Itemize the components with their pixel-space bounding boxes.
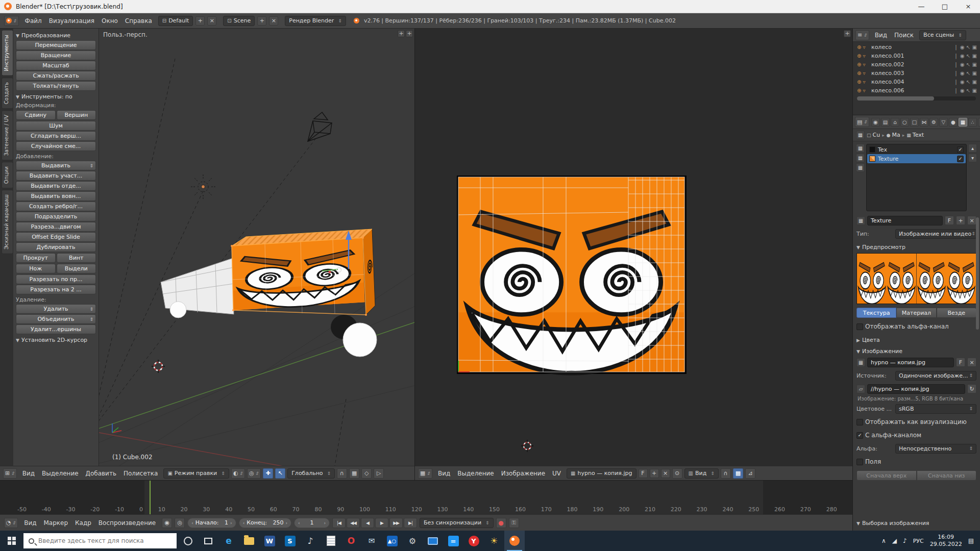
use-alpha-checkbox[interactable] (856, 432, 863, 439)
display-as-render-checkbox[interactable] (856, 419, 863, 425)
slot-enable-checkbox[interactable] (957, 146, 964, 153)
menu-item[interactable]: Изображение (498, 469, 549, 478)
toolshelf-tab[interactable]: Создать (2, 78, 13, 109)
tool-button[interactable]: Выдели (57, 264, 96, 273)
wheel-left-object[interactable] (170, 302, 186, 318)
wheel-right-object[interactable] (343, 323, 377, 357)
texture-name-field[interactable]: Texture (867, 216, 943, 226)
texture-slot-row[interactable]: Tex (867, 145, 966, 154)
tool-button[interactable]: Вращение (16, 51, 96, 60)
menu-item[interactable]: Вид (434, 469, 454, 478)
outliner-scope-dropdown[interactable]: Все сцены⇕ (919, 30, 966, 40)
reload-image-button[interactable]: ↻ (967, 384, 976, 393)
tool-button[interactable]: Выдавить участ... (16, 171, 96, 181)
tool-button[interactable]: Создать ребро/г... (16, 202, 96, 211)
yandex-button[interactable]: Y (463, 531, 484, 551)
menu-item[interactable]: Файл (21, 16, 45, 26)
taskbar-clock[interactable]: 16:09 29.05.2022 (930, 534, 962, 548)
tool-button[interactable]: Offset Edge Slide (16, 232, 96, 242)
mail-button[interactable]: ✉ (361, 531, 382, 551)
constraints-tab-icon[interactable]: ⋈ (920, 118, 928, 127)
physics-tab-icon[interactable]: ◌ (978, 118, 980, 127)
screen-layout-selector[interactable]: ⊟Default (158, 16, 193, 26)
tool-button[interactable]: Выдавить отде... (16, 181, 96, 191)
manipulator-translate-icon[interactable]: ↖ (275, 468, 285, 479)
editor-type-image-icon[interactable]: ▦⇕ (418, 468, 432, 479)
camera-object[interactable] (308, 112, 332, 141)
tool-button[interactable]: Разреза...двигом (16, 222, 96, 232)
menu-item[interactable]: Кадр (71, 518, 95, 528)
cursor-3d[interactable] (152, 360, 165, 373)
editor-type-timeline-icon[interactable]: ◔⇕ (4, 518, 18, 528)
menu-item[interactable]: Воспроизведение (95, 518, 159, 528)
tool-button[interactable]: Выдавить вовн... (16, 191, 96, 201)
menu-item[interactable]: Окно (98, 16, 121, 26)
menu-item[interactable]: Визуализация (45, 16, 98, 26)
tool-button[interactable]: Вершин (57, 110, 96, 120)
manipulator-toggle-icon[interactable]: ✚ (263, 468, 273, 479)
alpha-mode-dropdown[interactable]: Непосредственно⇕ (895, 444, 976, 454)
toolshelf-tab[interactable]: Инструменты (2, 30, 13, 76)
tool-button[interactable]: Подразделить (16, 212, 96, 221)
notepad-button[interactable] (321, 531, 341, 551)
delete-layout-button[interactable]: × (207, 16, 216, 26)
image-unlink-button[interactable]: × (967, 358, 976, 367)
menu-item[interactable]: Справка (121, 16, 156, 26)
render-engine-selector[interactable]: Рендер Blender⇕ (285, 16, 346, 26)
truck-cube-object[interactable] (231, 229, 375, 316)
material-tab-icon[interactable]: ● (949, 118, 958, 127)
uv-snap-icon[interactable]: ∩ (721, 468, 731, 479)
store-button[interactable]: S (280, 531, 300, 551)
new-texture-button[interactable]: + (956, 216, 965, 225)
tool-button[interactable]: Разрезать на 2 ... (16, 285, 96, 294)
toolshelf-tab[interactable]: Эскизный карандаш (2, 190, 13, 254)
expand-region-icon[interactable]: + (398, 30, 405, 37)
edge-button[interactable]: e (218, 531, 239, 551)
menu-item[interactable]: Полисетка (120, 469, 161, 478)
keying-set-icon[interactable]: ⚿ (509, 518, 519, 528)
transform-orientation-dropdown[interactable]: Глобально⇕ (287, 468, 335, 479)
start-frame-field[interactable]: ‹Начало: 1› (187, 518, 236, 528)
pin-icon[interactable]: ⊙ (672, 468, 682, 479)
outliner-item[interactable]: колесо.001 (853, 52, 980, 60)
search-input[interactable] (38, 537, 172, 544)
preview-texture-button[interactable]: Текстура (856, 308, 896, 318)
menu-item[interactable]: Маркер (40, 518, 71, 528)
add-scene-button[interactable]: + (257, 16, 266, 26)
object-data-tab-icon[interactable]: ▽ (939, 118, 948, 127)
texture-type-dropdown[interactable]: Изображение или видео⇕ (895, 229, 976, 239)
modifiers-tab-icon[interactable]: ⚙ (929, 118, 938, 127)
blender-taskbar-button[interactable] (504, 531, 525, 551)
colorspace-dropdown[interactable]: sRGB⇕ (895, 404, 976, 414)
particles-tab-icon[interactable]: ∴ (968, 118, 977, 127)
view3d-canvas[interactable]: ++ (99, 29, 414, 466)
unlink-image-button[interactable]: × (661, 469, 670, 478)
menu-item[interactable]: Вид (871, 31, 891, 40)
tool-button[interactable]: Разрезать по пр... (16, 274, 96, 284)
fake-user-button[interactable]: F (945, 216, 954, 225)
close-button[interactable]: × (957, 0, 980, 13)
colors-section-header[interactable]: ▶Цвета (856, 337, 976, 343)
calculator-button[interactable]: = (443, 531, 463, 551)
tool-button[interactable]: Сдвину (16, 110, 56, 120)
snap-element-icon[interactable]: ▦ (349, 468, 359, 479)
photos-button[interactable]: ▲○ (382, 531, 402, 551)
minimize-button[interactable]: — (910, 0, 933, 13)
outliner-item[interactable]: колесо.004 (853, 78, 980, 86)
properties-scrollbar[interactable] (976, 217, 979, 330)
sync-mode-dropdown[interactable]: Без синхронизации⇕ (420, 518, 494, 528)
settings-button[interactable]: ⚙ (402, 531, 423, 551)
image-source-dropdown[interactable]: Одиночное изображе...⇕ (895, 371, 976, 381)
folder-icon[interactable]: ▱ (856, 385, 865, 393)
display-settings-button[interactable] (423, 531, 443, 551)
volume-icon[interactable]: ♪ (903, 537, 907, 544)
outliner-item[interactable]: колесо.003 (853, 69, 980, 78)
menu-item[interactable]: Поиск (891, 31, 917, 40)
tool-button[interactable]: Удалит...ершины (16, 324, 96, 334)
fields-checkbox[interactable] (856, 459, 863, 465)
editor-type-3dview-icon[interactable]: ⊞⇕ (3, 468, 17, 479)
menu-item[interactable]: Выделение (38, 469, 82, 478)
outliner-item[interactable]: колесо.002 (853, 60, 980, 69)
tray-expand-icon[interactable]: ∧ (881, 537, 886, 544)
opera-button[interactable]: O (341, 531, 361, 551)
